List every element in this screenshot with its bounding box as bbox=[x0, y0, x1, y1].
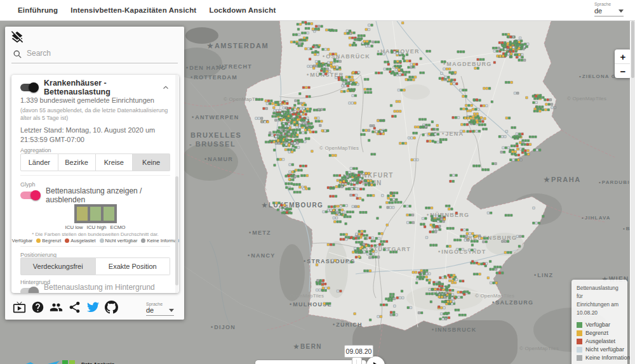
legend-item-verfügbar: Verfügbar bbox=[577, 322, 623, 328]
aggregation-option-keine[interactable]: Keine bbox=[133, 153, 170, 171]
facility-count-note: (davon 55 ausgeblendet, da die letzte Da… bbox=[20, 107, 170, 122]
collapse-chevron-up-icon[interactable] bbox=[161, 83, 170, 92]
legend-color-square bbox=[577, 339, 582, 344]
glyph-toggle-row: Bettenauslastung anzeigen / ausblenden bbox=[20, 189, 170, 202]
legend-item-ausgelastet: Ausgelastet bbox=[577, 338, 623, 344]
aggregation-option-bezirke[interactable]: Bezirke bbox=[58, 153, 96, 171]
layers-off-icon[interactable] bbox=[10, 30, 24, 44]
zoom-out-button[interactable]: − bbox=[615, 64, 630, 78]
positioning-option-verdeckungsfrei[interactable]: Verdeckungsfrei bbox=[20, 257, 96, 275]
timeline-slider-track[interactable] bbox=[255, 360, 366, 364]
visual-computing-logo-icon bbox=[3, 359, 66, 364]
app-root: ★AMSTERDAM•DEN HAAG•UTRECHT•ROTTERDAM•AN… bbox=[0, 0, 635, 364]
last-update-text: Letzter Stand: Montag, 10. August 2020 u… bbox=[20, 126, 164, 145]
aggregation-option-kreise[interactable]: Kreise bbox=[96, 153, 133, 171]
background-toggle-row: Bettenauslastung im Hintergrund anzeigen… bbox=[20, 285, 170, 293]
chevron-down-icon bbox=[618, 10, 624, 13]
divider bbox=[20, 246, 170, 247]
legend-item-begrenzt: Begrenzt bbox=[577, 330, 623, 336]
background-toggle-label: Bettenauslastung im Hintergrund anzeigen… bbox=[44, 283, 170, 293]
legend-date: 10.08.20 bbox=[577, 309, 623, 317]
status-legend-inline: VerfügbarBegrenztAusgelastetNicht verfüg… bbox=[20, 238, 170, 244]
help-icon[interactable] bbox=[31, 301, 44, 314]
sidebar-language-value: de bbox=[146, 306, 154, 314]
layer-visibility-toggle[interactable] bbox=[20, 84, 37, 91]
legend-item-nicht-verfügbar: Nicht verfügbar bbox=[577, 346, 623, 353]
status-dot bbox=[36, 238, 41, 243]
timeline-slider-handle[interactable] bbox=[352, 357, 362, 364]
status-dot bbox=[100, 238, 104, 243]
glyph-toggle-label: Bettenauslastung anzeigen / ausblenden bbox=[46, 186, 170, 204]
facility-count-text: 1.339 bundesweit gemeldete Einrichtungen bbox=[20, 96, 170, 104]
glyph-preview bbox=[20, 204, 170, 223]
glyph-preview-box bbox=[74, 204, 117, 223]
glyph-visibility-toggle[interactable] bbox=[20, 192, 39, 199]
status-legend-item-ausgelastet: Ausgelastet bbox=[65, 238, 95, 244]
chevron-down-icon bbox=[169, 309, 174, 312]
sidebar-language-select[interactable]: Sprache de bbox=[146, 302, 174, 316]
glyph-footnote: * Die Farben stellen den bundesweiten Du… bbox=[20, 231, 170, 237]
layer-card-header: Krankenhäuser - Bettenauslastung bbox=[20, 81, 170, 94]
search-input[interactable] bbox=[25, 48, 168, 58]
legend-color-square bbox=[577, 330, 582, 336]
nav-item-intensivbetten-kapazitäten-ansicht[interactable]: Intensivbetten-Kapazitäten Ansicht bbox=[70, 6, 196, 14]
layer-card-title: Krankenhäuser - Bettenauslastung bbox=[44, 79, 155, 96]
card-scrollbar-thumb[interactable] bbox=[175, 176, 178, 285]
map-zoom-control: + − bbox=[615, 49, 630, 78]
search-row bbox=[11, 46, 178, 63]
dav-logo[interactable]: Data Analysis and Visualization bbox=[61, 359, 150, 364]
legend-title-line: Einrichtungen am bbox=[577, 301, 623, 309]
status-dot bbox=[65, 238, 69, 243]
language-select[interactable]: Sprache de bbox=[594, 2, 624, 16]
share-icon[interactable] bbox=[68, 301, 81, 314]
scrollbar-thumb[interactable] bbox=[631, 21, 634, 78]
video-tutorial-icon[interactable] bbox=[13, 301, 26, 314]
control-sidebar: Krankenhäuser - Bettenauslastung 1.339 b… bbox=[5, 27, 184, 320]
visual-computing-logo[interactable]: Visual Computing bbox=[3, 359, 66, 364]
glyph-preview-labels: ICU lowICU highECMO bbox=[20, 224, 170, 230]
nav-item-lockdown-ansicht[interactable]: Lockdown Ansicht bbox=[209, 6, 276, 14]
zoom-in-button[interactable]: + bbox=[615, 49, 630, 63]
legend-item-keine-information: Keine Information bbox=[577, 354, 623, 361]
layer-card: Krankenhäuser - Bettenauslastung 1.339 b… bbox=[11, 75, 179, 293]
status-legend-item-keine-information: Keine Information bbox=[141, 238, 179, 244]
dav-logo-text: Data Analysis and Visualization bbox=[81, 361, 123, 364]
legend-color-square bbox=[577, 355, 582, 361]
status-dot bbox=[141, 238, 145, 243]
sidebar-toolbar: Sprache de bbox=[5, 294, 184, 320]
positioning-option-exakte-position[interactable]: Exakte Position bbox=[96, 257, 171, 275]
legend-items: VerfügbarBegrenztAusgelastetNicht verfüg… bbox=[577, 322, 623, 361]
status-legend-item-begrenzt: Begrenzt bbox=[36, 238, 61, 244]
legend-title-line: Bettenauslastung für bbox=[577, 284, 623, 301]
page-scrollbar[interactable] bbox=[631, 21, 635, 364]
github-icon[interactable] bbox=[105, 301, 118, 314]
legend-color-square bbox=[577, 347, 582, 353]
divider bbox=[20, 175, 170, 176]
team-icon[interactable] bbox=[50, 301, 63, 314]
status-legend-item-nicht-verfügbar: Nicht verfügbar bbox=[100, 238, 138, 244]
nav-item-einführung[interactable]: Einführung bbox=[18, 6, 58, 14]
twitter-icon[interactable] bbox=[86, 301, 100, 314]
search-icon bbox=[13, 49, 22, 59]
nav-items: EinführungIntensivbetten-Kapazitäten Ans… bbox=[0, 6, 276, 14]
positioning-button-group: VerdeckungsfreiExakte Position bbox=[20, 257, 170, 275]
glyph-preview-cell-label: ICU low bbox=[65, 224, 83, 230]
language-value: de bbox=[594, 7, 602, 15]
aggregation-option-länder[interactable]: Länder bbox=[20, 153, 58, 171]
glyph-preview-cell-icu-high bbox=[90, 207, 101, 221]
top-nav: EinführungIntensivbetten-Kapazitäten Ans… bbox=[0, 0, 635, 21]
play-icon bbox=[373, 362, 380, 364]
legend-color-square bbox=[577, 322, 582, 328]
glyph-preview-cell-ecmo bbox=[104, 207, 114, 221]
glyph-preview-cell-icu-low bbox=[77, 207, 88, 221]
background-visibility-toggle[interactable] bbox=[20, 288, 37, 293]
dav-logo-icon bbox=[61, 359, 80, 364]
glyph-preview-cell-label: ICU high bbox=[86, 224, 106, 230]
status-legend-item-verfügbar: Verfügbar bbox=[11, 238, 32, 244]
aggregation-button-group: LänderBezirkeKreiseKeine bbox=[20, 153, 170, 171]
glyph-preview-cell-label: ECMO bbox=[110, 224, 126, 230]
sidebar-language-label: Sprache bbox=[146, 302, 174, 306]
language-label: Sprache bbox=[594, 2, 624, 6]
map-legend-panel: Bettenauslastung für Einrichtungen am 10… bbox=[572, 280, 627, 364]
timeline-date-tooltip: 09.08.20 bbox=[344, 345, 373, 358]
